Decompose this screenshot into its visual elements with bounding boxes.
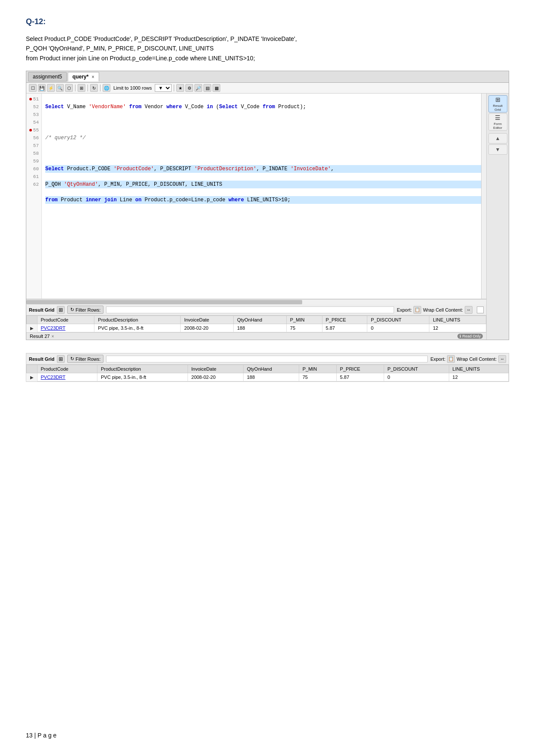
tab-query[interactable]: query* × — [68, 72, 99, 81]
filter-input[interactable] — [106, 306, 394, 313]
toolbar-separator4 — [174, 84, 174, 91]
result-label: Result 27 — [30, 334, 50, 339]
row-arrow-icon: ▶ — [27, 324, 38, 332]
code-line-52 — [45, 119, 483, 126]
standalone-grid-icon[interactable]: ⊞ — [57, 355, 65, 363]
toolbar-globe-icon[interactable]: 🌐 — [103, 84, 110, 92]
code-line-61 — [45, 258, 483, 266]
toolbar-limit-select[interactable]: ▼ — [155, 84, 172, 92]
standalone-result-toolbar: Result Grid ⊞ ↻ Filter Rows: Export: 📋 W… — [26, 353, 509, 365]
standalone-cell-product-code[interactable]: PVC23DRT — [37, 373, 97, 381]
cell-p-price: 5.87 — [322, 324, 367, 332]
col-product-code[interactable]: ProductCode — [37, 316, 94, 324]
standalone-col-product-desc[interactable]: ProductDescription — [97, 365, 188, 373]
toolbar-star-icon[interactable]: ★ — [176, 84, 184, 92]
standalone-export-icon[interactable]: 📋 — [447, 355, 455, 363]
standalone-wrap-label: Wrap Cell Content: — [457, 356, 497, 362]
tab-bar: assignment5 query* × — [26, 71, 509, 83]
code-line-59 — [45, 227, 483, 235]
standalone-cell-invoice-date: 2008-02-20 — [188, 373, 243, 381]
standalone-col-product-code[interactable]: ProductCode — [37, 365, 97, 373]
read-only-badge: ℹ Read Only — [457, 334, 483, 339]
toolbar-grid-icon[interactable]: ⊞ — [78, 84, 85, 92]
col-product-desc[interactable]: ProductDescription — [94, 316, 181, 324]
standalone-cell-p-discount: 0 — [384, 373, 449, 381]
toolbar-search-icon[interactable]: 🔍 — [56, 84, 64, 92]
col-p-price[interactable]: P_PRICE — [322, 316, 367, 324]
standalone-export-label: Export: — [430, 356, 445, 362]
form-editor-sidebar-btn[interactable]: ☰ FormEditor — [488, 113, 507, 131]
result-grid-label: Result Grid — [29, 307, 54, 312]
code-editor[interactable]: 51 52 53 54 55 56 57 58 59 60 61 62 Sele… — [26, 94, 486, 299]
code-line-58 — [45, 212, 483, 219]
page-number: 13 | P a g e — [26, 732, 56, 739]
standalone-column-header-row: ProductCode ProductDescription InvoiceDa… — [27, 365, 509, 373]
line-num-56: 56 — [29, 134, 39, 142]
toolbar-refresh-icon[interactable]: ↻ — [90, 84, 98, 92]
status-bar: Result 27 × ℹ Read Only — [26, 332, 486, 340]
cell-line-units: 12 — [429, 324, 486, 332]
toolbar-table-icon[interactable]: ▤ — [203, 84, 211, 92]
form-editor-icon: ☰ — [495, 114, 501, 121]
data-grid: ProductCode ProductDescription InvoiceDa… — [26, 316, 486, 332]
col-invoice-date[interactable]: InvoiceDate — [181, 316, 234, 324]
line-num-52: 52 — [29, 103, 39, 111]
tab-close-icon[interactable]: × — [92, 75, 94, 79]
line-num-53: 53 — [29, 111, 39, 119]
standalone-filter-btn[interactable]: ↻ Filter Rows: — [67, 355, 103, 363]
col-p-min[interactable]: P_MIN — [286, 316, 322, 324]
export-icon-btn[interactable]: 📋 — [413, 306, 421, 314]
main-content: 51 52 53 54 55 56 57 58 59 60 61 62 Sele… — [26, 94, 486, 340]
standalone-col-p-min[interactable]: P_MIN — [299, 365, 336, 373]
standalone-col-line-units[interactable]: LINE_UNITS — [449, 365, 508, 373]
horizontal-scrollbar[interactable] — [26, 299, 486, 304]
page-footer: 13 | P a g e — [26, 732, 56, 739]
down-arrow-btn[interactable]: ▼ — [488, 144, 507, 155]
wrap-icon-btn[interactable]: ↔ — [465, 306, 472, 314]
col-p-discount[interactable]: P_DISCOUNT — [367, 316, 429, 324]
result-grid-sidebar-btn[interactable]: ⊞ ResultGrid — [488, 95, 507, 112]
col-line-units[interactable]: LINE_UNITS — [429, 316, 486, 324]
toolbar-separator3 — [100, 84, 100, 91]
standalone-cell-line-units: 12 — [449, 373, 508, 381]
standalone-col-p-discount[interactable]: P_DISCOUNT — [384, 365, 449, 373]
standalone-filter-input[interactable] — [106, 356, 428, 362]
toolbar-filter-icon[interactable]: ⚙ — [185, 84, 193, 92]
grid-icon-btn[interactable]: ⊞ — [57, 306, 65, 314]
standalone-refresh-icon: ↻ — [70, 356, 74, 362]
standalone-wrap-icon[interactable]: ↔ — [498, 355, 506, 363]
result-close-btn[interactable]: × — [51, 334, 54, 339]
code-content[interactable]: Select V_Name 'VendorName' from Vendor w… — [42, 94, 486, 299]
toolbar-layout-icon[interactable]: ▦ — [213, 84, 220, 92]
tab-assignment5[interactable]: assignment5 — [28, 72, 67, 81]
table-row: ▶ PVC23DRT PVC pipe, 3.5-in., 8-ft 2008-… — [27, 324, 486, 332]
standalone-col-invoice-date[interactable]: InvoiceDate — [188, 365, 243, 373]
info-icon: ℹ — [460, 334, 461, 338]
toolbar-stop-icon[interactable]: ⬡ — [65, 84, 73, 92]
standalone-cell-qty-on-hand: 188 — [243, 373, 299, 381]
refresh-icon: ↻ — [70, 307, 74, 312]
cell-p-min: 75 — [286, 324, 322, 332]
filter-rows-btn[interactable]: ↻ Filter Rows: — [67, 306, 103, 314]
cell-p-discount: 0 — [367, 324, 429, 332]
standalone-col-arrow — [27, 365, 38, 373]
standalone-col-qty-on-hand[interactable]: QtyOnHand — [243, 365, 299, 373]
line-num-55: 55 — [29, 126, 39, 134]
up-arrow-btn[interactable]: ▲ — [488, 133, 507, 144]
line-num-51: 51 — [29, 95, 39, 103]
cell-product-code[interactable]: PVC23DRT — [37, 324, 94, 332]
toolbar: ☐ 💾 ⚡ 🔍 ⬡ ⊞ ↻ 🌐 Limit to 1000 rows ▼ ★ ⚙… — [26, 83, 509, 94]
vertical-scrollbar[interactable] — [481, 94, 486, 299]
standalone-cell-p-price: 5.87 — [336, 373, 384, 381]
col-qty-on-hand[interactable]: QtyOnHand — [233, 316, 286, 324]
toolbar-magnify-icon[interactable]: 🔎 — [194, 84, 202, 92]
standalone-col-p-price[interactable]: P_PRICE — [336, 365, 384, 373]
toolbar-save-icon[interactable]: 💾 — [38, 84, 46, 92]
toolbar-limit-label: Limit to 1000 rows — [113, 85, 152, 91]
line-numbers: 51 52 53 54 55 56 57 58 59 60 61 62 — [26, 94, 42, 299]
toolbar-new-icon[interactable]: ☐ — [29, 84, 37, 92]
code-line-57: from Product inner join Line on Product.… — [45, 196, 483, 204]
toolbar-lightning-icon[interactable]: ⚡ — [47, 84, 55, 92]
line-num-57: 57 — [29, 142, 39, 150]
toggle-icon[interactable] — [477, 306, 484, 313]
